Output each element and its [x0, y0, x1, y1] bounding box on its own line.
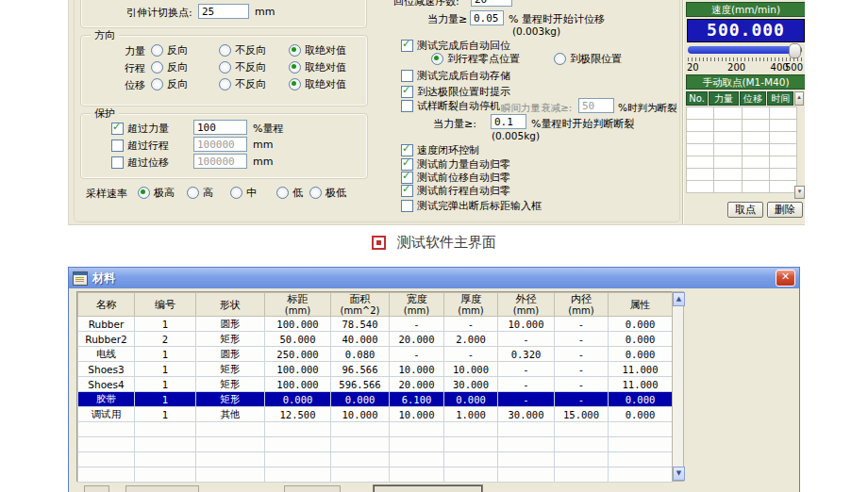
- materials-table: 名称编号形状标距(mm)面积(mm^2)宽度(mm)厚度(mm)外径(mm)内径…: [77, 292, 673, 483]
- protection-over-stroke-checkbox[interactable]: 超过行程: [111, 139, 169, 153]
- break-stop-checkbox[interactable]: 试样断裂自动停机: [401, 99, 500, 113]
- caption-bullet-icon: [372, 236, 386, 250]
- limit-prompt-checkbox[interactable]: 到达极限位置时提示: [401, 85, 510, 99]
- auto-return-checkbox[interactable]: 测试完成后自动回位: [401, 39, 510, 53]
- sampling-veryhigh-radio[interactable]: 极高: [138, 186, 175, 200]
- return-speed-input[interactable]: [471, 0, 512, 7]
- zero-displ-checkbox[interactable]: 测试前位移自动归零: [401, 171, 510, 185]
- direction-row-displacement-label: 位移: [125, 78, 145, 92]
- materials-column-header[interactable]: 厚度(mm): [444, 293, 498, 317]
- manual-points-grid: No. 力量 位移 时间 ▴ ▾: [686, 91, 804, 197]
- zero-stroke-checkbox[interactable]: 测试前行程自动归零: [401, 184, 510, 198]
- radio-selected-icon: [431, 53, 443, 65]
- material-row[interactable]: Shoes41 矩形100.000 596.56620.000 30.000- …: [78, 377, 673, 392]
- materials-column-header[interactable]: 内径(mm): [555, 293, 609, 317]
- protection-over-force-checkbox[interactable]: 超过力量: [111, 122, 169, 136]
- extensometer-input[interactable]: [198, 4, 249, 19]
- manual-points-title-bar: 手动取点(M1-M40): [686, 74, 805, 90]
- material-row[interactable]: 胶带1 矩形0.000 0.0006.100 0.000- -0.000: [78, 392, 673, 407]
- bottom-button-fragment[interactable]: [374, 485, 482, 492]
- material-row[interactable]: 调试用1 其他12.500 10.00010.000 1.00030.000 1…: [78, 407, 673, 422]
- displ-start-input[interactable]: [470, 10, 504, 25]
- protection-title: 保护: [91, 107, 119, 121]
- empty-row: [78, 437, 673, 452]
- scale-200: 200: [727, 62, 745, 73]
- direction-stroke-absolute-radio[interactable]: 取绝对值: [289, 60, 346, 74]
- protection-over-stroke-input[interactable]: [193, 137, 247, 152]
- delete-point-button[interactable]: 删除: [767, 202, 803, 218]
- material-row[interactable]: Rubber1 圆形100.000 78.540- -10.000 -0.000: [78, 317, 673, 332]
- empty-row: [687, 107, 797, 120]
- return-to-zero-radio[interactable]: 到行程零点位置: [431, 52, 520, 66]
- sampling-mid-radio[interactable]: 中: [230, 186, 257, 200]
- gauge-popup-checkbox[interactable]: 测试完弹出断后标距输入框: [401, 199, 542, 213]
- radio-icon: [230, 187, 242, 199]
- direction-displ-reverse-radio[interactable]: 反向: [151, 77, 188, 91]
- bottom-button-fragment[interactable]: [125, 485, 199, 492]
- caption: 测试软件主界面: [0, 232, 868, 252]
- materials-column-header[interactable]: 面积(mm^2): [331, 293, 390, 317]
- settings-dialog: 引伸计切换点: mm 方向 力量 反向 不反向 取绝对值 行程 反向 不反向 取…: [68, 0, 805, 225]
- material-row[interactable]: Shoes31 矩形100.000 96.56610.000 10.000- -…: [78, 362, 673, 377]
- checkbox-checked-icon: [401, 40, 413, 52]
- materials-column-header[interactable]: 属性: [609, 293, 673, 317]
- materials-table-body: Rubber1 圆形100.000 78.540- -10.000 -0.000…: [78, 317, 673, 422]
- material-row[interactable]: 电线1 圆形250.000 0.080- -0.320 -0.000: [78, 347, 673, 362]
- sampling-high-radio[interactable]: 高: [187, 186, 213, 200]
- return-to-limit-radio[interactable]: 到极限位置: [554, 52, 622, 66]
- protection-over-displ-input[interactable]: [193, 154, 247, 169]
- speed-slider[interactable]: [688, 44, 802, 56]
- radio-icon: [187, 187, 199, 199]
- direction-stroke-reverse-radio[interactable]: 反向: [151, 60, 188, 74]
- col-force[interactable]: 力量: [709, 91, 738, 106]
- direction-force-absolute-radio[interactable]: 取绝对值: [289, 43, 346, 57]
- take-point-button[interactable]: 取点: [727, 202, 763, 218]
- materials-titlebar[interactable]: 材料 ✕: [69, 268, 799, 288]
- scroll-down-icon[interactable]: ▼: [673, 467, 685, 481]
- radio-icon: [276, 187, 289, 199]
- col-no[interactable]: No.: [686, 91, 708, 106]
- empty-row: [78, 422, 673, 437]
- materials-column-header[interactable]: 标距(mm): [265, 293, 331, 317]
- bottom-button-fragment[interactable]: [284, 485, 341, 492]
- direction-displ-noreverse-radio[interactable]: 不反向: [219, 77, 266, 91]
- materials-column-header[interactable]: 外径(mm): [498, 293, 555, 317]
- manual-grid-scroll-down-button[interactable]: ▾: [794, 186, 805, 199]
- mid-options-column: 回位减速序数: 当力量≥ % 量程时开始计位移 (0.003kg) 测试完成后自…: [380, 0, 683, 224]
- close-icon[interactable]: ✕: [776, 270, 795, 287]
- protection-over-displ-checkbox[interactable]: 超过位移: [111, 156, 169, 170]
- break-start-input[interactable]: [491, 114, 526, 129]
- direction-displ-absolute-radio[interactable]: 取绝对值: [289, 77, 346, 91]
- direction-stroke-noreverse-radio[interactable]: 不反向: [219, 60, 266, 74]
- bottom-button-fragment[interactable]: [84, 485, 109, 492]
- radio-icon: [151, 44, 163, 57]
- materials-scrollbar[interactable]: ▲ ▼: [672, 291, 684, 482]
- extensometer-unit: mm: [255, 6, 275, 18]
- sampling-low-radio[interactable]: 低: [276, 186, 303, 200]
- speed-title-bar: 速度(mm/min): [686, 2, 805, 17]
- materials-column-header[interactable]: 形状: [196, 293, 265, 317]
- col-displ[interactable]: 位移: [740, 91, 767, 106]
- zero-force-checkbox[interactable]: 测试前力量自动归零: [401, 157, 510, 172]
- protection-over-force-input[interactable]: [193, 120, 247, 135]
- auto-save-checkbox[interactable]: 测试完成后自动存储: [401, 69, 510, 83]
- radio-icon: [309, 187, 322, 199]
- direction-force-noreverse-radio[interactable]: 不反向: [219, 43, 266, 57]
- scroll-up-icon[interactable]: ▲: [673, 292, 685, 306]
- manual-grid-scroll-up-button[interactable]: ▴: [794, 91, 804, 106]
- checkbox-checked-icon: [401, 144, 413, 156]
- empty-row: [687, 156, 797, 169]
- empty-row: [78, 452, 673, 467]
- speed-loop-checkbox[interactable]: 速度闭环控制: [401, 143, 479, 157]
- break-cond-input[interactable]: [578, 98, 614, 113]
- col-time[interactable]: 时间: [767, 91, 793, 106]
- materials-column-header[interactable]: 编号: [135, 293, 196, 317]
- materials-column-header[interactable]: 名称: [78, 293, 135, 317]
- page: 引伸计切换点: mm 方向 力量 反向 不反向 取绝对值 行程 反向 不反向 取…: [0, 0, 868, 492]
- slider-thumb[interactable]: [789, 43, 801, 58]
- direction-row-stroke-label: 行程: [125, 61, 145, 75]
- sampling-verylow-radio[interactable]: 极低: [309, 186, 346, 200]
- materials-column-header[interactable]: 宽度(mm): [390, 293, 444, 317]
- direction-force-reverse-radio[interactable]: 反向: [151, 43, 188, 57]
- material-row[interactable]: Rubber22 矩形50.000 40.00020.000 2.000- -0…: [78, 332, 673, 347]
